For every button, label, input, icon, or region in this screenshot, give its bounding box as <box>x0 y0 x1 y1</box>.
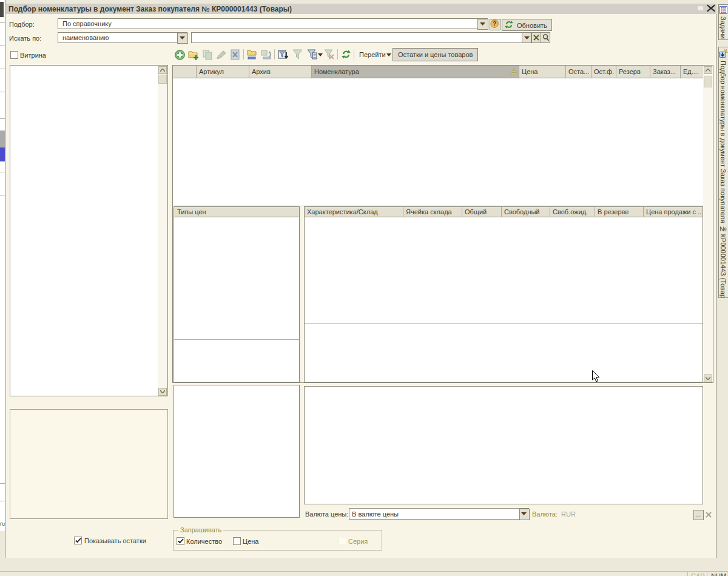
svg-text:?: ? <box>493 21 496 27</box>
